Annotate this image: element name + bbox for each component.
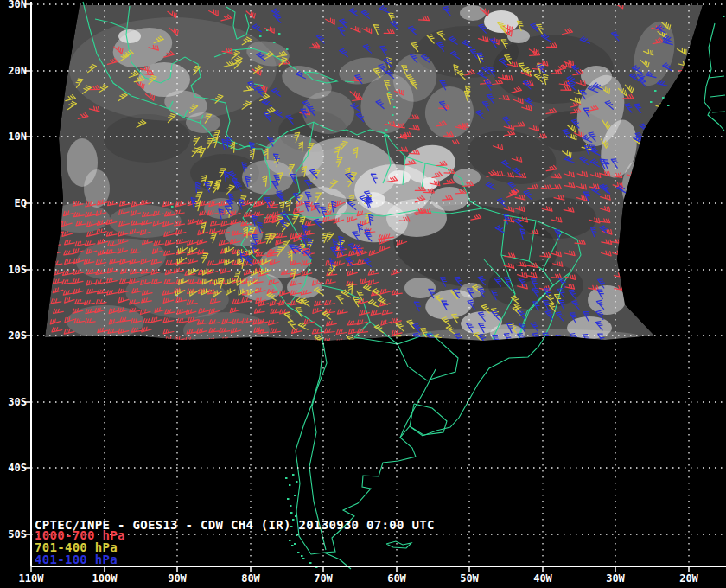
island-dot <box>301 555 303 557</box>
island-dot <box>290 512 293 514</box>
lon-label-70W: 70W <box>314 572 333 585</box>
island-dot <box>667 105 670 106</box>
lat-label-10N: 10N <box>8 131 27 143</box>
lat-label-30S: 30S <box>8 396 27 408</box>
island-dot <box>259 35 262 37</box>
island-dot <box>650 101 653 103</box>
island-dot <box>285 477 288 479</box>
lon-label-30W: 30W <box>606 572 625 585</box>
lon-label-60W: 60W <box>387 572 406 585</box>
island-dot <box>393 106 396 108</box>
weather-map-stage: 30N20N10NEQ10S20S30S40S50S110W100W90W80W… <box>0 0 726 588</box>
island-dot <box>278 33 281 35</box>
legend-item-low: 1000-700 hPa <box>35 529 125 541</box>
island-dot <box>296 481 298 483</box>
lat-label-20N: 20N <box>8 65 27 77</box>
satellite-ir-image <box>45 5 703 348</box>
island-dot <box>384 135 386 137</box>
lon-label-100W: 100W <box>92 572 118 585</box>
island-dot <box>302 558 305 559</box>
island-dot <box>171 206 174 208</box>
lat-label-50S: 50S <box>8 528 27 540</box>
lon-label-90W: 90W <box>168 572 187 585</box>
legend-item-high: 401-100 hPa <box>35 553 125 566</box>
lon-label-110W: 110W <box>19 572 45 585</box>
island-dot <box>467 205 469 207</box>
lon-label-20W: 20W <box>679 572 698 585</box>
lon-label-80W: 80W <box>241 572 260 585</box>
island-dot <box>297 552 300 553</box>
lon-label-50W: 50W <box>460 572 479 585</box>
island-dot <box>654 90 657 92</box>
island-dot <box>291 545 294 546</box>
satellite-wind-map: 30N20N10NEQ10S20S30S40S50S110W100W90W80W… <box>0 0 726 588</box>
island-dot <box>294 495 296 496</box>
island-dot <box>290 505 292 507</box>
island-dot <box>287 498 290 500</box>
island-dot <box>292 474 295 476</box>
lat-label-EQ: EQ <box>15 197 27 209</box>
island-dot <box>392 114 394 116</box>
lat-label-10S: 10S <box>8 264 27 276</box>
island-dot <box>662 97 665 99</box>
island-dot <box>309 562 312 564</box>
legend-item-mid: 701-400 hPa <box>35 541 125 553</box>
pressure-level-legend: 1000-700 hPa 701-400 hPa 401-100 hPa <box>35 529 125 566</box>
island-dot <box>294 543 296 545</box>
lat-label-40S: 40S <box>8 462 27 474</box>
lat-label-30N: 30N <box>8 0 27 10</box>
island-dot <box>385 129 388 131</box>
island-dot <box>289 540 291 541</box>
island-dot <box>388 92 391 93</box>
island-dot <box>474 201 476 202</box>
island-dot <box>723 16 725 17</box>
island-dot <box>289 484 291 486</box>
island-dot <box>273 42 276 43</box>
lat-label-20S: 20S <box>8 329 27 342</box>
island-dot <box>295 515 297 517</box>
island-dot <box>286 48 289 50</box>
lon-label-40W: 40W <box>533 572 552 585</box>
